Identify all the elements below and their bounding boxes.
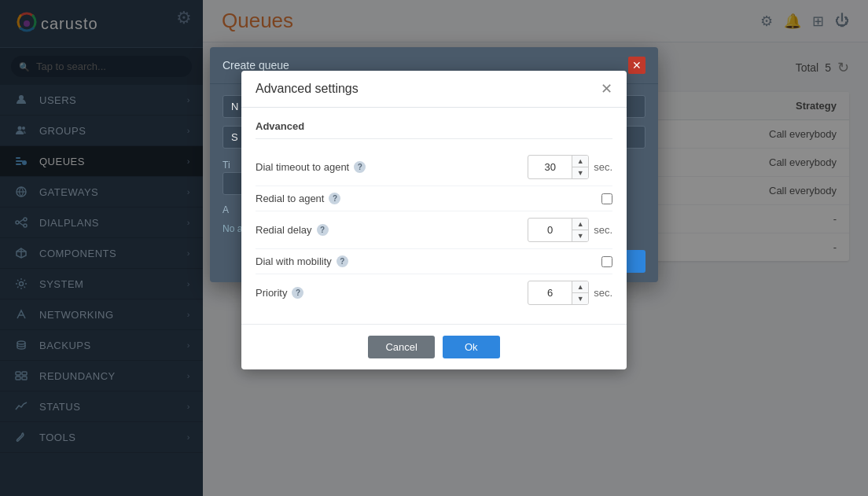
- dial-timeout-label: Dial timeout to agent ?: [256, 161, 528, 173]
- priority-row: Priority ? ▲ ▼ sec.: [256, 274, 612, 311]
- modal-overlay: Create queue ✕ Ti A No advanced configur…: [0, 0, 868, 496]
- create-queue-close-button[interactable]: ✕: [628, 57, 645, 74]
- priority-input[interactable]: [528, 283, 572, 303]
- redial-delay-label: Redial delay ?: [256, 224, 528, 236]
- redial-delay-spinner: ▲ ▼: [572, 219, 588, 241]
- adv-close-button[interactable]: ✕: [601, 82, 612, 96]
- dial-mobility-control: [601, 256, 612, 267]
- dial-mobility-label: Dial with mobility ?: [256, 255, 601, 267]
- redial-delay-up-button[interactable]: ▲: [572, 219, 588, 230]
- dial-timeout-row: Dial timeout to agent ? ▲ ▼ sec.: [256, 149, 612, 186]
- dial-timeout-up-button[interactable]: ▲: [572, 156, 588, 167]
- redial-delay-down-button[interactable]: ▼: [572, 230, 588, 241]
- dial-mobility-checkbox[interactable]: [601, 256, 612, 267]
- adv-modal-footer: Cancel Ok: [241, 324, 627, 369]
- dial-timeout-input[interactable]: [528, 157, 572, 177]
- priority-control: ▲ ▼ sec.: [528, 281, 612, 305]
- redial-delay-row: Redial delay ? ▲ ▼ sec.: [256, 211, 612, 249]
- dial-mobility-row: Dial with mobility ?: [256, 249, 612, 274]
- adv-modal-body: Advanced Dial timeout to agent ? ▲: [241, 108, 627, 324]
- adv-cancel-button[interactable]: Cancel: [368, 336, 434, 358]
- priority-help-icon[interactable]: ?: [292, 287, 303, 299]
- redial-delay-unit: sec.: [594, 224, 612, 236]
- redial-delay-input[interactable]: [528, 220, 572, 240]
- redial-agent-checkbox[interactable]: [601, 193, 612, 204]
- dial-timeout-down-button[interactable]: ▼: [572, 167, 588, 178]
- priority-spinner: ▲ ▼: [572, 281, 588, 304]
- priority-label: Priority ?: [256, 287, 528, 299]
- create-queue-title: Create queue: [223, 59, 628, 72]
- redial-agent-row: Redial to agent ?: [256, 186, 612, 211]
- adv-modal-title: Advanced settings: [256, 82, 601, 96]
- adv-section-title: Advanced: [256, 120, 612, 139]
- dial-mobility-help-icon[interactable]: ?: [337, 255, 348, 267]
- dial-timeout-input-wrap: ▲ ▼: [528, 155, 589, 179]
- dial-timeout-control: ▲ ▼ sec.: [528, 155, 612, 179]
- create-queue-modal: Create queue ✕ Ti A No advanced configur…: [210, 47, 658, 282]
- redial-delay-help-icon[interactable]: ?: [317, 224, 329, 236]
- priority-up-button[interactable]: ▲: [572, 281, 588, 292]
- redial-delay-input-wrap: ▲ ▼: [528, 218, 589, 242]
- redial-agent-label: Redial to agent ?: [256, 193, 601, 204]
- redial-agent-control: [601, 193, 612, 204]
- advanced-settings-modal: Advanced settings ✕ Advanced Dial timeou…: [241, 71, 627, 369]
- priority-unit: sec.: [594, 287, 612, 299]
- dial-timeout-unit: sec.: [594, 161, 612, 173]
- priority-input-wrap: ▲ ▼: [528, 281, 589, 305]
- dial-timeout-spinner: ▲ ▼: [572, 156, 588, 178]
- priority-down-button[interactable]: ▼: [572, 293, 588, 304]
- redial-agent-help-icon[interactable]: ?: [329, 193, 340, 204]
- adv-modal-header: Advanced settings ✕: [241, 71, 627, 108]
- adv-ok-button[interactable]: Ok: [443, 336, 500, 358]
- redial-delay-control: ▲ ▼ sec.: [528, 218, 612, 242]
- dial-timeout-help-icon[interactable]: ?: [354, 161, 366, 173]
